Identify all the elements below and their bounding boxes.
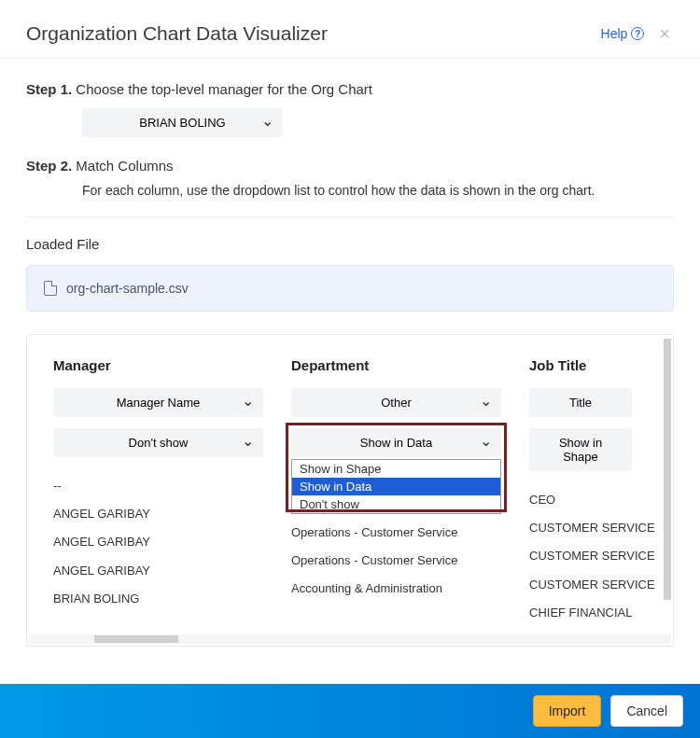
step-1-label: Step 1. [26,81,72,97]
help-link[interactable]: Help ? [601,26,645,41]
column-type-select[interactable]: Other [291,388,501,417]
dropdown-option-selected[interactable]: Show in Data [292,478,500,495]
loaded-file-box: org-chart-sample.csv [26,265,674,312]
cell: -- [53,472,263,500]
column-values: -- ANGEL GARIBAY ANGEL GARIBAY ANGEL GAR… [53,472,263,613]
header-actions: Help ? × [601,23,674,45]
dropdown-option[interactable]: Don't show [292,495,500,513]
column-show-select[interactable]: Show in Data [291,428,501,457]
column-department: Department Other Show in Data Show in Sh… [291,357,501,627]
top-manager-select-wrap: BRIAN BOLING [82,108,283,137]
columns-panel: Manager Manager Name Don't show -- ANGEL… [26,334,674,647]
horizontal-scrollbar[interactable] [29,634,671,644]
cell: ANGEL GARIBAY [53,528,263,556]
loaded-file-label: Loaded File [26,236,674,252]
column-type-select[interactable]: Manager Name [53,388,263,417]
cell: Accounting & Administration [291,575,501,603]
dialog-title: Organization Chart Data Visualizer [26,22,328,45]
dialog-header: Organization Chart Data Visualizer Help … [0,0,700,59]
cell: CUSTOMER SERVICE [529,542,673,570]
cell: Operations - Customer Service [291,519,501,547]
column-job-title: Job Title Title Show in Shape CEO CUSTOM… [529,357,673,627]
cell: CUSTOMER SERVICE [529,514,673,542]
vertical-scrollbar[interactable] [664,339,671,633]
show-dropdown-open: Show in Shape Show in Data Don't show [291,459,501,514]
column-header: Department [291,357,501,373]
column-manager: Manager Manager Name Don't show -- ANGEL… [53,357,263,627]
columns-inner: Manager Manager Name Don't show -- ANGEL… [27,335,673,634]
cell: ANGEL GARIBAY [53,500,263,528]
step-2: Step 2. Match Columns For each column, u… [26,158,674,198]
column-show-select[interactable]: Don't show [53,428,263,457]
loaded-file-name: org-chart-sample.csv [66,281,189,296]
horizontal-scrollbar-thumb[interactable] [94,635,178,643]
vertical-scrollbar-thumb[interactable] [664,339,671,600]
file-icon [44,281,57,296]
step-2-text: Match Columns [76,158,173,174]
dropdown-option[interactable]: Show in Shape [292,460,500,478]
import-button[interactable]: Import [533,695,602,727]
column-header: Job Title [529,357,673,373]
cell: Operations - Customer Service [291,547,501,575]
step-1: Step 1. Choose the top-level manager for… [26,81,674,137]
cell: ANGEL GARIBAY [53,557,263,585]
step-1-line: Step 1. Choose the top-level manager for… [26,81,674,97]
step-2-sub: For each column, use the dropdown list t… [82,183,674,198]
divider [26,216,674,217]
column-show-select[interactable]: Show in Shape [529,428,632,471]
column-type-select[interactable]: Title [529,388,632,417]
cell: CEO [529,486,673,514]
help-icon: ? [631,27,644,40]
step-2-line: Step 2. Match Columns [26,158,674,174]
column-header: Manager [53,357,263,373]
cancel-button[interactable]: Cancel [610,695,683,727]
column-values: Operations - Customer Service Operations… [291,519,501,604]
close-icon[interactable]: × [655,23,674,45]
top-manager-select[interactable]: BRIAN BOLING [82,108,283,137]
cell: BRIAN BOLING [53,585,263,613]
help-label: Help [601,26,628,41]
cell: CHIEF FINANCIAL [529,599,673,627]
cell: CUSTOMER SERVICE [529,571,673,599]
step-2-label: Step 2. [26,158,72,174]
column-values: CEO CUSTOMER SERVICE CUSTOMER SERVICE CU… [529,486,673,627]
dialog-footer: Import Cancel [0,684,700,738]
dialog-body: Step 1. Choose the top-level manager for… [0,59,700,647]
step-1-text: Choose the top-level manager for the Org… [76,81,372,97]
